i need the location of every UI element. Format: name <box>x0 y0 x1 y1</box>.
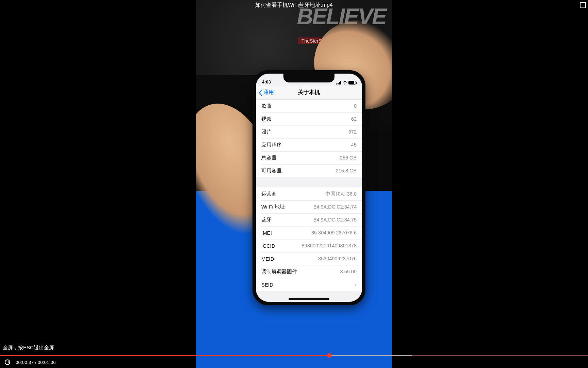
list-row[interactable]: 视频62 <box>256 112 362 125</box>
status-time: 4:03 <box>262 79 271 85</box>
video-filename: 如何查看手机WiFi蓝牙地址.mp4 <box>255 2 333 9</box>
phone-notch <box>283 74 334 82</box>
row-value: 215.8 GB <box>336 168 357 173</box>
row-value: 256 GB <box>340 155 357 160</box>
nav-title: 关于本机 <box>298 89 320 96</box>
phone-device: 4:03 通用 关于本机 歌曲0视频62照片372应用程序45总容量 <box>252 70 365 305</box>
phone-screen: 4:03 通用 关于本机 歌曲0视频62照片372应用程序45总容量 <box>256 74 362 302</box>
row-label: 视频 <box>261 116 272 122</box>
row-value: E4:9A:DC:C2:34:75 <box>313 217 357 223</box>
row-label: IMEI <box>261 230 272 236</box>
list-row[interactable]: 调制解调器固件3.55.00 <box>256 265 362 278</box>
row-label: 运营商 <box>261 191 277 197</box>
title-bar: 如何查看手机WiFi蓝牙地址.mp4 <box>0 0 588 10</box>
chevron-left-icon <box>259 90 262 96</box>
loop-button[interactable] <box>4 359 11 366</box>
list-row[interactable]: MEID35304909237076 <box>256 252 362 265</box>
row-label: 总容量 <box>261 155 277 161</box>
row-label: Wi-Fi 地址 <box>261 204 285 210</box>
list-row[interactable]: 蓝牙E4:9A:DC:C2:34:75 <box>256 213 362 226</box>
group-separator <box>256 177 362 187</box>
progress-played <box>0 355 329 356</box>
loop-icon <box>5 359 10 365</box>
row-label: 蓝牙 <box>261 217 272 223</box>
row-value: 中国移动 36.0 <box>325 191 357 197</box>
row-value: 3.55.00 <box>340 269 357 274</box>
row-value: E4:9A:DC:C2:34:74 <box>313 204 357 210</box>
status-icons <box>336 81 356 85</box>
back-label: 通用 <box>263 89 274 96</box>
row-value: 89860022191409801378 <box>302 243 357 248</box>
row-seid[interactable]: SEID › <box>256 278 362 291</box>
row-label: ICCID <box>261 243 275 249</box>
row-label: MEID <box>261 256 274 262</box>
list-group-a: 歌曲0视频62照片372应用程序45总容量256 GB可用容量215.8 GB <box>256 99 362 177</box>
back-button[interactable]: 通用 <box>259 86 274 99</box>
list-group-b: 运营商中国移动 36.0Wi-Fi 地址E4:9A:DC:C2:34:74蓝牙E… <box>256 187 362 278</box>
home-indicator[interactable] <box>289 298 329 300</box>
chevron-right-icon: › <box>355 282 357 287</box>
row-label: SEID <box>261 282 273 288</box>
row-value: 35304909237076 <box>318 256 357 261</box>
row-label: 照片 <box>261 129 272 135</box>
wifi-icon <box>343 81 347 85</box>
video-frame[interactable]: BELIEVE TheSterSoi 4:03 <box>196 0 392 368</box>
group-separator <box>256 291 362 294</box>
row-value: 372 <box>348 129 357 135</box>
expand-icon[interactable] <box>580 2 586 8</box>
control-bar: 00:00:37 / 00:01:06 <box>0 356 588 368</box>
list-row[interactable]: 总容量256 GB <box>256 151 362 164</box>
list-row[interactable]: 歌曲0 <box>256 99 362 112</box>
list-row[interactable]: 照片372 <box>256 125 362 138</box>
list-row[interactable]: ICCID89860022191409801378 <box>256 239 362 252</box>
list-row[interactable]: 运营商中国移动 36.0 <box>256 187 362 200</box>
list-row[interactable]: 可用容量215.8 GB <box>256 164 362 177</box>
row-value: 35 304909 237076 6 <box>311 230 357 235</box>
row-value: 45 <box>351 142 357 148</box>
row-label: 可用容量 <box>261 168 282 174</box>
video-player-viewport: 如何查看手机WiFi蓝牙地址.mp4 BELIEVE TheSterSoi 4:… <box>0 0 588 368</box>
list-row[interactable]: 应用程序45 <box>256 138 362 151</box>
cellular-icon <box>336 81 341 85</box>
list-row[interactable]: Wi-Fi 地址E4:9A:DC:C2:34:74 <box>256 200 362 213</box>
row-label: 调制解调器固件 <box>261 269 297 275</box>
row-label: 歌曲 <box>261 103 272 109</box>
row-label: 应用程序 <box>261 142 282 148</box>
about-list[interactable]: 歌曲0视频62照片372应用程序45总容量256 GB可用容量215.8 GB … <box>256 99 362 294</box>
list-group-seid: SEID › <box>256 278 362 291</box>
row-value: 0 <box>354 103 357 109</box>
nav-bar: 通用 关于本机 <box>256 86 362 99</box>
current-time: 00:00:37 <box>16 360 34 365</box>
row-value: 62 <box>351 116 357 122</box>
battery-icon <box>348 81 356 85</box>
list-row[interactable]: IMEI35 304909 237076 6 <box>256 226 362 239</box>
total-duration: 00:01:06 <box>38 360 56 365</box>
fullscreen-hint: 全屏，按ESC退出全屏 <box>0 343 57 352</box>
time-separator: / <box>35 360 38 365</box>
time-display: 00:00:37 / 00:01:06 <box>16 360 56 365</box>
